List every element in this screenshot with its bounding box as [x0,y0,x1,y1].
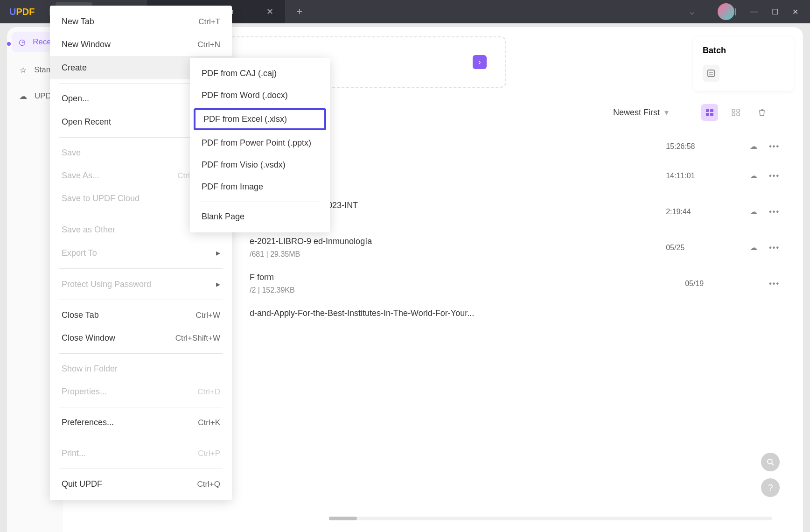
help-button[interactable]: ? [761,478,780,497]
menu-label: Close Window [62,333,115,343]
submenu-word[interactable]: PDF from Word (.docx) [190,84,330,106]
window-controls: | — ☐ ✕ [734,7,810,16]
batch-title: Batch [703,46,784,56]
more-icon[interactable]: ••• [769,280,780,288]
shortcut: Ctrl+K [198,418,220,427]
svg-rect-3 [706,109,709,112]
clock-icon: ◷ [19,37,26,47]
view-grid-button[interactable] [727,104,744,121]
menu-label: Preferences... [62,418,114,427]
menu-new-window[interactable]: New Window Ctrl+N [50,33,232,56]
more-icon[interactable]: ••• [769,172,780,180]
file-name: e-2021-LIBRO-9 ed-Inmunología [250,237,666,246]
file-date: 05/19 [685,280,769,288]
more-icon[interactable]: ••• [769,208,780,216]
submenu-image[interactable]: PDF from Image [190,176,330,198]
view-buttons [701,104,770,121]
avatar[interactable] [718,3,734,20]
search-button[interactable] [761,453,780,471]
file-name: F form [250,273,685,282]
more-icon[interactable]: ••• [769,142,780,151]
maximize-icon[interactable]: ☐ [772,7,778,16]
sort-dropdown[interactable]: Newest First ▾ [613,107,669,118]
svg-rect-10 [737,113,740,116]
menu-label: Save As... [62,171,99,181]
file-name: d-and-Apply-For-the-Best-Institutes-In-T… [250,308,780,318]
menu-new-tab[interactable]: New Tab Ctrl+T [50,10,232,33]
menu-label: Save as Other [62,225,115,235]
chevron-right-icon: ▸ [216,279,220,289]
menu-label: Quit UPDF [62,479,102,489]
minimize-icon[interactable]: — [750,7,758,16]
submenu-caj[interactable]: PDF from CAJ (.caj) [190,63,330,84]
divider [59,469,223,469]
cloud-icon[interactable]: ☁ [750,207,757,216]
logo-pdf: PDF [16,7,35,17]
divider [59,268,223,269]
batch-panel: Batch [693,36,794,91]
svg-rect-4 [710,109,713,112]
submenu-ppt[interactable]: PDF from Power Point (.pptx) [190,132,330,154]
menu-label: Save to UPDF Cloud [62,194,140,203]
view-list-button[interactable] [701,104,718,121]
svg-line-12 [772,463,774,465]
shortcut: Ctrl+T [198,17,220,27]
menu-label: Print... [62,448,86,458]
submenu-blank[interactable]: Blank Page [190,206,330,228]
scrollbar-thumb[interactable] [329,517,357,520]
trash-button[interactable] [754,104,770,121]
cloud-icon[interactable]: ☁ [750,243,757,252]
chevron-down-icon[interactable]: ⌵ [690,7,694,16]
close-window-icon[interactable]: ✕ [792,7,798,16]
cloud-icon[interactable]: ☁ [750,171,757,180]
more-icon[interactable]: ••• [769,244,780,252]
batch-convert-icon[interactable] [703,65,719,82]
help-icon: ? [768,483,773,493]
file-meta: /2 | 152.39KB [250,286,685,294]
shortcut: Ctrl+Q [197,480,220,489]
divider [59,353,223,354]
divider [59,407,223,407]
submenu-visio[interactable]: PDF from Visio (.vsdx) [190,154,330,176]
menu-label: Protect Using Password [62,280,151,289]
file-date: 05/25 [666,244,750,252]
list-icon [705,108,714,117]
add-tab-button[interactable]: + [297,6,303,18]
chevron-right-icon: ▸ [216,248,220,258]
menu-close-tab[interactable]: Close Tab Ctrl+W [50,304,232,327]
menu-close-window[interactable]: Close Window Ctrl+Shift+W [50,327,232,350]
arrow-right-icon[interactable]: › [473,55,487,69]
star-icon: ☆ [19,65,27,75]
svg-rect-9 [732,113,735,116]
sidebar-label: Starr [34,65,51,75]
file-actions: ☁ ••• [750,207,780,216]
svg-rect-0 [708,70,714,77]
menu-label: Create [62,63,87,73]
menu-label: Save [62,148,81,158]
shortcut: Ctrl+P [198,449,220,458]
menu-preferences[interactable]: Preferences... Ctrl+K [50,411,232,434]
divider [59,300,223,300]
shortcut: Ctrl+N [197,40,220,49]
svg-rect-8 [737,109,740,112]
submenu-excel[interactable]: PDF from Excel (.xlsx) [194,108,326,130]
close-icon[interactable]: ✕ [266,7,273,17]
sort-label: Newest First [613,108,660,118]
dropdown-icon: ▾ [664,107,669,118]
menu-show-folder: Show in Folder [50,357,232,380]
menu-label: New Tab [62,17,94,27]
grid-icon [731,108,740,117]
menu-quit[interactable]: Quit UPDF Ctrl+Q [50,473,232,496]
scrollbar-horizontal[interactable] [329,517,772,520]
divider [59,438,223,438]
menu-label: Close Tab [62,310,99,320]
file-info: e-2021-LIBRO-9 ed-Inmunología /681 | 29.… [250,237,666,259]
menu-label: Properties... [62,387,107,397]
cloud-icon: ☁ [19,91,28,101]
file-actions: ☁ ••• [750,142,780,151]
cloud-icon[interactable]: ☁ [750,142,757,151]
file-date: 2:19:44 [666,208,750,216]
divider [199,202,321,202]
trash-icon [757,108,767,117]
sidebar-label: UPD [35,91,51,101]
